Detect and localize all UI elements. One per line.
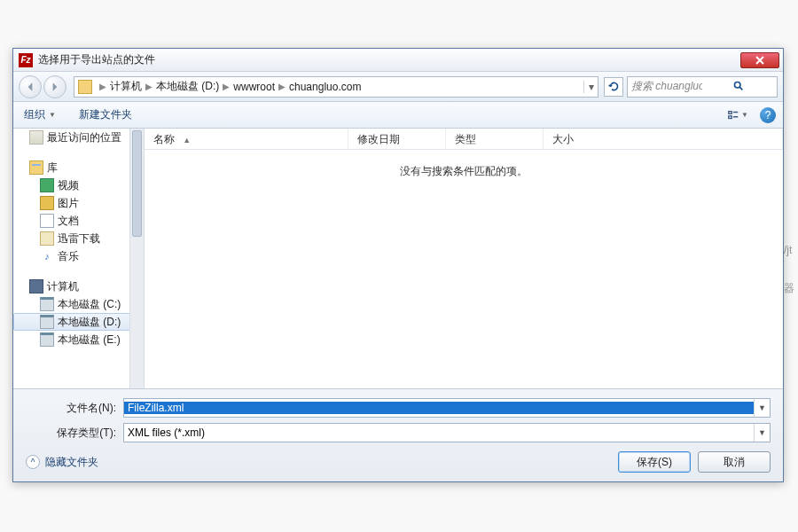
chevron-right-icon: ▶ [145,82,153,91]
library-icon [29,160,43,175]
tree-label: 本地磁盘 (C:) [58,297,121,312]
music-icon: ♪ [40,249,54,263]
col-label: 名称 [153,133,175,145]
breadcrumb-dropdown[interactable]: ▾ [583,81,598,93]
svg-point-0 [734,82,740,88]
thunder-icon [40,231,54,246]
tree-music[interactable]: ♪ 音乐 [13,247,144,265]
save-button[interactable]: 保存(S) [618,451,691,473]
tree-library[interactable]: 库 [13,159,144,176]
folder-icon [78,80,92,94]
app-icon: Fz [19,53,33,67]
tree-pictures[interactable]: 图片 [13,194,144,212]
hide-folders-toggle[interactable]: ^ 隐藏文件夹 [26,455,98,470]
background-hint: /jt器 [784,244,798,332]
pictures-icon [40,196,54,210]
filename-row: 文件名(N): FileZilla.xml ▼ [26,398,771,418]
search-icon [702,80,773,94]
button-row: ^ 隐藏文件夹 保存(S) 取消 [26,451,771,473]
tree-label: 视频 [58,178,79,193]
documents-icon [40,214,54,228]
filetype-dropdown[interactable]: ▼ [754,424,770,442]
window-title: 选择用于导出站点的文件 [38,52,740,67]
file-list: 名称 ▲ 修改日期 类型 大小 没有与搜索条件匹配的项。 [145,129,783,388]
save-dialog: Fz 选择用于导出站点的文件 ▶ 计算机 ▶ 本地磁盘 (D:) ▶ wwwro… [12,48,784,482]
tree-drive-c[interactable]: 本地磁盘 (C:) [13,295,144,313]
tree-label: 本地磁盘 (E:) [58,332,121,348]
breadcrumb[interactable]: ▶ 计算机 ▶ 本地磁盘 (D:) ▶ wwwroot ▶ chuangluo.… [74,76,598,98]
dialog-footer: 文件名(N): FileZilla.xml ▼ 保存类型(T): XML fil… [13,388,783,481]
close-icon [755,56,764,65]
back-button[interactable] [19,75,42,98]
nav-row: ▶ 计算机 ▶ 本地磁盘 (D:) ▶ wwwroot ▶ chuangluo.… [13,72,783,102]
nav-tree: 最近访问的位置 库 视频 图片 文档 迅雷下载 [13,129,145,388]
chevron-down-icon: ▼ [49,111,56,119]
search-placeholder: 搜索 chuangluo.com [631,79,702,94]
recent-icon [29,130,43,145]
sort-asc-icon: ▲ [183,136,191,145]
close-button[interactable] [740,52,779,68]
forward-icon [50,82,60,92]
empty-message: 没有与搜索条件匹配的项。 [145,150,783,388]
tree-label: 本地磁盘 (D:) [58,315,121,330]
breadcrumb-seg-drive[interactable]: 本地磁盘 (D:) [156,79,219,94]
refresh-icon [608,81,620,92]
tree-recent[interactable]: 最近访问的位置 [13,129,144,146]
filename-value: FileZilla.xml [124,402,754,414]
col-size[interactable]: 大小 [544,129,783,149]
refresh-button[interactable] [604,77,623,97]
view-button[interactable]: ▼ [723,106,753,124]
chevron-right-icon: ▶ [99,82,106,91]
drive-icon [40,332,54,347]
organize-label: 组织 [24,107,45,122]
tree-video[interactable]: 视频 [13,176,144,194]
scrollbar-thumb[interactable] [132,130,142,237]
filetype-select[interactable]: XML files (*.xml) ▼ [123,423,771,442]
filename-dropdown[interactable]: ▼ [754,399,770,417]
svg-rect-2 [729,115,732,118]
toolbar: 组织 ▼ 新建文件夹 ▼ ? [13,102,783,129]
computer-icon [29,279,43,293]
col-modified[interactable]: 修改日期 [348,129,446,149]
filetype-value: XML files (*.xml) [124,426,754,439]
chevron-up-icon: ^ [26,455,40,469]
hide-folders-label: 隐藏文件夹 [45,455,98,470]
svg-rect-1 [729,111,732,113]
tree-label: 迅雷下载 [58,231,100,246]
drive-icon [40,297,54,311]
tree-label: 库 [47,160,58,176]
tree-label: 音乐 [58,249,79,264]
breadcrumb-seg-wwwroot[interactable]: wwwroot [233,81,275,93]
cancel-button[interactable]: 取消 [698,451,771,473]
organize-button[interactable]: 组织 ▼ [20,107,59,122]
filetype-row: 保存类型(T): XML files (*.xml) ▼ [26,423,771,442]
titlebar: Fz 选择用于导出站点的文件 [13,49,783,72]
drive-icon [40,315,54,329]
back-icon [25,82,35,92]
tree-label: 计算机 [47,279,79,294]
tree-scrollbar[interactable] [129,129,144,388]
column-headers: 名称 ▲ 修改日期 类型 大小 [145,129,783,150]
col-type[interactable]: 类型 [446,129,544,149]
col-name[interactable]: 名称 ▲ [145,129,348,149]
tree-drive-d[interactable]: 本地磁盘 (D:) [13,313,144,331]
search-input[interactable]: 搜索 chuangluo.com [627,76,778,98]
tree-documents[interactable]: 文档 [13,212,144,230]
tree-label: 文档 [58,214,79,229]
dialog-body: 最近访问的位置 库 视频 图片 文档 迅雷下载 [13,129,783,388]
breadcrumb-seg-site[interactable]: chuangluo.com [289,81,361,93]
chevron-right-icon: ▶ [223,82,230,91]
view-icon [727,109,739,121]
filetype-label: 保存类型(T): [26,426,123,441]
filename-label: 文件名(N): [26,401,123,416]
forward-button[interactable] [43,75,66,98]
filename-input[interactable]: FileZilla.xml ▼ [123,398,771,418]
tree-drive-e[interactable]: 本地磁盘 (E:) [13,331,144,348]
video-icon [40,178,54,192]
help-button[interactable]: ? [760,107,776,123]
chevron-right-icon: ▶ [278,82,286,91]
tree-thunder[interactable]: 迅雷下载 [13,230,144,247]
tree-computer[interactable]: 计算机 [13,278,144,295]
new-folder-button[interactable]: 新建文件夹 [75,107,136,122]
breadcrumb-seg-computer[interactable]: 计算机 [110,79,142,94]
